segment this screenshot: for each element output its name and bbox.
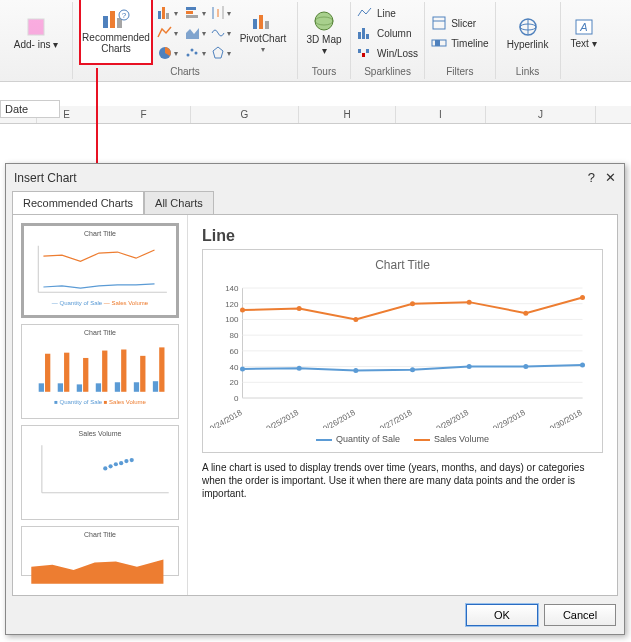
bar-chart-icon[interactable] [157, 5, 173, 21]
tab-recommended[interactable]: Recommended Charts [12, 191, 144, 214]
svg-point-58 [103, 466, 107, 470]
svg-rect-21 [259, 15, 263, 29]
addins-button[interactable]: Add- ins ▾ [6, 3, 66, 63]
chart-preview-box[interactable]: Chart Title 020406080100120140 9/24/2018… [202, 249, 603, 453]
svg-point-92 [410, 367, 415, 372]
svg-point-15 [195, 52, 198, 55]
svg-text:40: 40 [230, 363, 239, 372]
ok-button[interactable]: OK [466, 604, 538, 626]
svg-rect-47 [134, 382, 139, 392]
scatter-chart-icon[interactable] [185, 45, 201, 61]
svg-point-91 [353, 368, 358, 373]
svg-point-59 [108, 464, 112, 468]
svg-text:60: 60 [230, 347, 239, 356]
svg-rect-48 [153, 381, 158, 392]
dialog-tabs: Recommended Charts All Charts [6, 191, 624, 214]
thumb-line[interactable]: Chart Title — Quantity of Sale — Sales V… [21, 223, 179, 318]
svg-rect-22 [265, 21, 269, 29]
svg-point-100 [467, 300, 472, 305]
svg-point-98 [353, 317, 358, 322]
sparkline-column-button[interactable]: Column [357, 23, 418, 43]
pivotchart-icon [251, 11, 275, 31]
area-chart-icon[interactable] [185, 25, 201, 41]
slicer-icon [431, 16, 447, 30]
svg-marker-19 [213, 47, 223, 58]
col-header[interactable]: I [396, 106, 486, 123]
svg-point-99 [410, 301, 415, 306]
svg-rect-26 [362, 28, 365, 39]
column-chart-icon[interactable] [185, 5, 201, 21]
dialog-titlebar: Insert Chart ? ✕ [6, 164, 624, 191]
svg-point-96 [240, 308, 245, 313]
timeline-icon [431, 36, 447, 50]
hyperlink-label: Hyperlink [507, 39, 549, 50]
tab-all-charts[interactable]: All Charts [144, 191, 214, 214]
col-header[interactable]: G [191, 106, 299, 123]
svg-point-13 [187, 54, 190, 57]
thumb-area[interactable]: Chart Title [21, 526, 179, 576]
col-header[interactable]: H [299, 106, 396, 123]
line-chart-icon[interactable] [157, 25, 173, 41]
chart-title: Chart Title [209, 258, 596, 272]
svg-rect-20 [253, 19, 257, 29]
pivotchart-button[interactable]: PivotChart ▾ [235, 3, 291, 63]
svg-point-94 [523, 364, 528, 369]
svg-rect-28 [358, 49, 361, 53]
svg-point-63 [130, 458, 134, 462]
svg-rect-54 [140, 356, 145, 392]
svg-rect-43 [58, 383, 63, 391]
legend-item-1: Quantity of Sale [316, 434, 400, 444]
chart-preview: Line Chart Title 020406080100120140 9/24… [188, 215, 617, 595]
col-header[interactable]: F [97, 106, 191, 123]
line-chart-svg: 020406080100120140 9/24/20189/25/20189/2… [209, 278, 596, 428]
svg-text:20: 20 [230, 378, 239, 387]
svg-rect-34 [435, 40, 440, 46]
svg-text:9/29/2018: 9/29/2018 [492, 408, 528, 428]
chart-gallery-2: ▾ ▾ ▾ [210, 3, 231, 63]
col-header[interactable]: J [486, 106, 596, 123]
svg-point-101 [523, 311, 528, 316]
tours-group-label: Tours [312, 66, 336, 77]
addins-label: Add- ins ▾ [14, 39, 58, 50]
thumb-scatter[interactable]: Sales Volume [21, 425, 179, 520]
sparkline-line-button[interactable]: Line [357, 3, 418, 23]
chart-legend: Quantity of Sale Sales Volume [209, 434, 596, 444]
cancel-button[interactable]: Cancel [544, 604, 616, 626]
svg-point-60 [114, 462, 118, 466]
recommended-charts-label: Recommended Charts [81, 32, 151, 54]
thumb-clustered-column[interactable]: Chart Title ■ Quantity of Sale ■ Sales V… [21, 324, 179, 419]
svg-rect-45 [96, 383, 101, 391]
stock-chart-icon[interactable] [210, 5, 226, 21]
legend-item-2: Sales Volume [414, 434, 489, 444]
recommended-charts-button[interactable]: ? Recommended Charts [79, 0, 153, 65]
svg-rect-8 [166, 13, 169, 19]
svg-rect-52 [102, 351, 107, 392]
svg-text:140: 140 [225, 284, 239, 293]
radar-chart-icon[interactable] [210, 45, 226, 61]
chart-thumbnails[interactable]: Chart Title — Quantity of Sale — Sales V… [13, 215, 188, 595]
text-button[interactable]: A Text ▾ [567, 3, 601, 63]
svg-rect-31 [433, 17, 445, 29]
svg-text:9/25/2018: 9/25/2018 [265, 408, 301, 428]
close-icon[interactable]: ✕ [605, 170, 616, 185]
svg-rect-55 [159, 347, 164, 391]
chart-description: A line chart is used to display trends o… [202, 461, 603, 500]
pie-chart-icon[interactable] [157, 45, 173, 61]
3d-map-button[interactable]: 3D Map ▾ [304, 3, 344, 63]
name-box[interactable]: Date [0, 100, 60, 118]
svg-point-61 [119, 461, 123, 465]
svg-point-97 [297, 306, 302, 311]
recommended-charts-icon: ? [102, 8, 130, 30]
timeline-button[interactable]: Timeline [431, 33, 488, 53]
links-group-label: Links [516, 66, 539, 77]
surface-chart-icon[interactable] [210, 25, 226, 41]
sparkline-winloss-button[interactable]: Win/Loss [357, 43, 418, 63]
hyperlink-button[interactable]: Hyperlink [502, 3, 554, 63]
svg-text:9/24/2018: 9/24/2018 [209, 408, 244, 428]
help-icon[interactable]: ? [588, 170, 595, 185]
globe-icon [312, 10, 336, 32]
svg-rect-53 [121, 350, 126, 392]
svg-rect-9 [186, 7, 196, 10]
sparkline-line-icon [357, 6, 373, 20]
slicer-button[interactable]: Slicer [431, 13, 488, 33]
